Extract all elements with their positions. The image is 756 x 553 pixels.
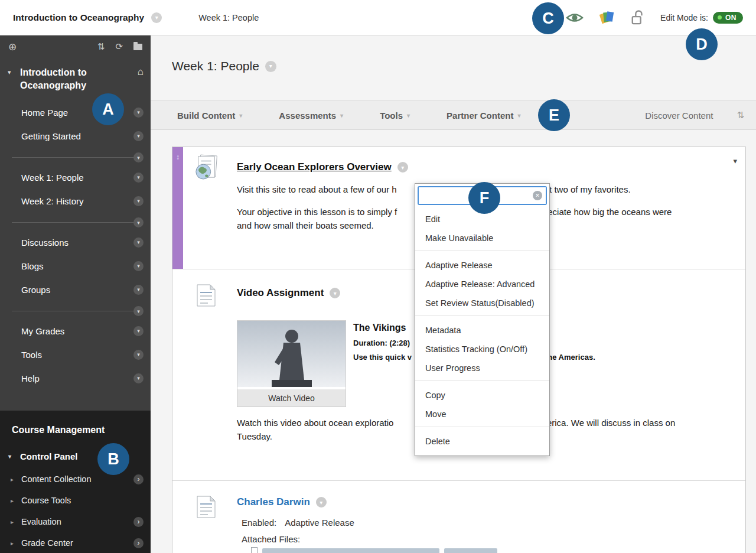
- sidebar-item-groups[interactable]: Groups ▾: [0, 278, 151, 301]
- collapse-caret-icon[interactable]: ▾: [8, 453, 11, 460]
- item-options-icon[interactable]: ▾: [133, 285, 144, 295]
- item-options-icon[interactable]: ▾: [133, 196, 144, 206]
- topbar-actions: Edit Mode is: ON: [566, 9, 743, 26]
- page-title-menu-icon[interactable]: ▾: [265, 61, 276, 72]
- menu-item-statistics-tracking[interactable]: Statistics Tracking (On/Off): [415, 340, 549, 359]
- divider-options-icon[interactable]: ▾: [133, 217, 144, 227]
- page-title-row: Week 1: People ▾: [172, 59, 276, 73]
- build-content-label: Build Content: [177, 110, 235, 121]
- sidebar-item-evaluation[interactable]: ▸ Evaluation ›: [0, 511, 151, 532]
- item-options-icon[interactable]: ▾: [316, 497, 327, 508]
- reorder-icon[interactable]: ⇅: [97, 41, 105, 52]
- sidebar-course-header[interactable]: ▾ Introduction to Oceanography ⌂: [0, 58, 151, 97]
- text-fragment: appreciate how big the oceans were: [530, 207, 672, 217]
- item-options-icon[interactable]: ▾: [133, 238, 144, 248]
- sidebar-item-blogs[interactable]: Blogs ▾: [0, 254, 151, 278]
- chevron-down-icon: ▾: [239, 112, 242, 119]
- add-menu-item-icon[interactable]: ⊕: [8, 41, 17, 53]
- menu-item-adaptive-release-advanced[interactable]: Adaptive Release: Advanced: [415, 275, 549, 294]
- discover-content-button[interactable]: Discover Content: [645, 110, 713, 121]
- annotation-callout-b: B: [97, 443, 129, 475]
- item-options-icon[interactable]: ▾: [330, 288, 340, 298]
- menu-item-metadata[interactable]: Metadata: [415, 321, 549, 340]
- sidebar-item-label: Home Page: [21, 108, 68, 118]
- sidebar-item-home-page[interactable]: Home Page ▾: [0, 100, 151, 124]
- sidebar-item-tools[interactable]: Tools ▾: [0, 343, 151, 366]
- attachment-row[interactable]: [251, 547, 497, 553]
- drag-handle-icon[interactable]: ↕: [172, 153, 183, 161]
- course-title-menu-icon[interactable]: ▾: [151, 12, 162, 23]
- unlock-icon[interactable]: [631, 9, 645, 26]
- chevron-down-icon: ▾: [517, 112, 520, 119]
- course-management-title: Course Management: [0, 411, 151, 435]
- charles-darwin-title-link[interactable]: Charles Darwin: [237, 496, 310, 508]
- sidebar-item-discussions[interactable]: Discussions ▾: [0, 230, 151, 254]
- item-title-row: Video Assignment ▾: [237, 287, 340, 299]
- watch-video-button[interactable]: Watch Video: [237, 389, 346, 406]
- expand-caret-icon[interactable]: ▸: [11, 519, 14, 525]
- refresh-icon[interactable]: ⟳: [115, 41, 123, 52]
- sidebar-item-label: Tools: [21, 350, 42, 360]
- clear-search-icon[interactable]: ✕: [533, 191, 542, 200]
- sidebar-item-help[interactable]: Help ▾: [0, 366, 151, 390]
- sidebar-item-label: Discussions: [21, 238, 69, 248]
- flyout-arrow-icon[interactable]: ›: [133, 517, 144, 527]
- item-collapse-icon[interactable]: ▾: [733, 157, 737, 165]
- video-thumbnail[interactable]: Watch Video: [237, 320, 346, 407]
- partner-content-button[interactable]: Partner Content ▾: [447, 110, 520, 121]
- item-options-icon[interactable]: ▾: [133, 131, 144, 141]
- tools-button[interactable]: Tools ▾: [380, 110, 410, 121]
- menu-item-move[interactable]: Move: [415, 405, 549, 424]
- text-fragment: and how small their boats seemed.: [237, 220, 374, 230]
- item-options-icon[interactable]: ▾: [133, 373, 144, 383]
- menu-item-set-review-status[interactable]: Set Review Status(Disabled): [415, 294, 549, 313]
- sidebar-item-week-2-history[interactable]: Week 2: History ▾: [0, 189, 151, 213]
- sidebar-item-my-grades[interactable]: My Grades ▾: [0, 319, 151, 343]
- collapse-caret-icon[interactable]: ▾: [8, 69, 11, 76]
- annotation-callout-d: D: [686, 28, 718, 60]
- divider-options-icon[interactable]: ▾: [133, 152, 144, 162]
- edit-mode-toggle[interactable]: ON: [713, 12, 743, 24]
- action-bar-right: Discover Content ⇅: [645, 110, 744, 121]
- sidebar-item-label: Week 1: People: [21, 173, 84, 183]
- folder-view-icon[interactable]: [133, 44, 142, 50]
- control-panel-label: Control Panel: [20, 451, 78, 461]
- item-options-icon[interactable]: ▾: [133, 261, 144, 271]
- item-options-icon[interactable]: ▾: [397, 162, 408, 173]
- sort-order-icon[interactable]: ⇅: [737, 110, 744, 121]
- sidebar-item-content-collection[interactable]: ▸ Content Collection ›: [0, 469, 151, 490]
- text-fragment: Use this quick v: [353, 353, 412, 362]
- item-options-icon[interactable]: ▾: [133, 108, 144, 118]
- flyout-arrow-icon[interactable]: ›: [133, 538, 144, 548]
- item-options-icon[interactable]: ▾: [133, 173, 144, 183]
- assessments-button[interactable]: Assessments ▾: [279, 110, 343, 121]
- home-icon[interactable]: ⌂: [138, 66, 144, 78]
- sidebar-item-getting-started[interactable]: Getting Started ▾: [0, 124, 151, 148]
- sidebar-item-week-1-people[interactable]: Week 1: People ▾: [0, 165, 151, 189]
- item-options-icon[interactable]: ▾: [133, 326, 144, 336]
- student-preview-icon[interactable]: [566, 10, 584, 25]
- menu-item-delete[interactable]: Delete: [415, 432, 549, 451]
- expand-caret-icon[interactable]: ▸: [11, 476, 14, 483]
- sidebar-item-grade-center[interactable]: ▸ Grade Center ›: [0, 532, 151, 553]
- theme-palette-icon[interactable]: [599, 10, 615, 25]
- build-content-button[interactable]: Build Content ▾: [177, 110, 242, 121]
- sidebar-item-course-tools[interactable]: ▸ Course Tools: [0, 490, 151, 511]
- explorers-title-link[interactable]: Early Ocean Explorers Overview: [237, 161, 392, 173]
- sidebar-item-label: Groups: [21, 285, 50, 295]
- item-options-icon[interactable]: ▾: [133, 350, 144, 360]
- tools-label: Tools: [380, 110, 403, 121]
- selection-highlight-bar: ↕: [172, 147, 183, 269]
- menu-item-make-unavailable[interactable]: Make Unavailable: [415, 229, 549, 248]
- menu-item-user-progress[interactable]: User Progress: [415, 359, 549, 378]
- expand-caret-icon[interactable]: ▸: [11, 540, 14, 547]
- partner-content-label: Partner Content: [447, 110, 513, 121]
- text-fragment: Visit this site to read about a few of o…: [237, 184, 397, 194]
- menu-item-copy[interactable]: Copy: [415, 386, 549, 405]
- flyout-arrow-icon[interactable]: ›: [133, 474, 144, 484]
- action-bar: Build Content ▾ Assessments ▾ Tools ▾ Pa…: [151, 100, 756, 130]
- expand-caret-icon[interactable]: ▸: [11, 497, 14, 504]
- video-assignment-title[interactable]: Video Assignment: [237, 287, 324, 299]
- menu-item-adaptive-release[interactable]: Adaptive Release: [415, 256, 549, 275]
- divider-options-icon[interactable]: ▾: [133, 306, 144, 316]
